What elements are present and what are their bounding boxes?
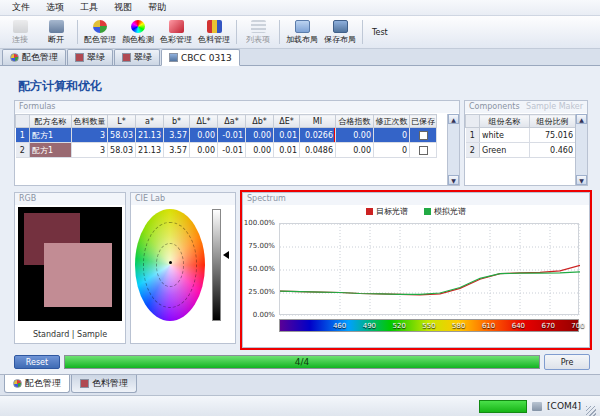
dL-cell[interactable]: 0.00 <box>190 143 218 158</box>
connect-label: 连接 <box>12 34 28 45</box>
saved-checkbox[interactable] <box>419 146 428 155</box>
pass-index-cell[interactable]: 0.00 <box>336 143 374 158</box>
row-number[interactable]: 2 <box>466 143 480 158</box>
color-swatch-icon <box>75 53 84 62</box>
rgb-title: RGB <box>19 193 36 205</box>
col-dL: ΔL* <box>190 115 218 128</box>
correction-count-cell[interactable]: 0 <box>374 128 410 143</box>
component-ratio-cell[interactable]: 75.016 <box>530 128 576 143</box>
b-cell[interactable]: 3.57 <box>164 143 190 158</box>
status-badge <box>479 400 527 413</box>
components-scrollbar[interactable]: ▲ ▼ <box>575 114 587 185</box>
document-tab-strip: 配色管理 翠绿 翠绿 CBCC 0313 <box>0 49 600 66</box>
y-tick-label: 50.00% <box>243 265 275 273</box>
connect-icon <box>13 20 28 33</box>
color-detect-button[interactable]: 颜色检测 <box>119 16 157 48</box>
list-item[interactable]: 1 white 75.016 <box>466 128 576 143</box>
disconnect-icon <box>49 20 64 33</box>
simulated-spectrum-swatch-icon <box>424 208 431 215</box>
da-cell[interactable]: -0.01 <box>218 128 246 143</box>
col-dE: ΔE* <box>274 115 300 128</box>
b-cell[interactable]: 3.57 <box>164 128 190 143</box>
menu-help[interactable]: 帮助 <box>140 0 174 15</box>
tab-emerald-1[interactable]: 翠绿 <box>67 49 113 65</box>
menu-view[interactable]: 视图 <box>106 0 140 15</box>
scroll-down-icon[interactable]: ▼ <box>576 175 587 185</box>
palette-icon <box>10 53 19 62</box>
spectrum-chart <box>279 223 579 315</box>
menu-tools[interactable]: 工具 <box>72 0 106 15</box>
a-cell[interactable]: 21.13 <box>136 128 164 143</box>
dE-cell[interactable]: 0.01 <box>274 143 300 158</box>
test-button[interactable]: Test <box>366 28 394 37</box>
row-number[interactable]: 1 <box>16 128 30 143</box>
MI-cell-highlighted[interactable]: 0.0266 <box>300 128 336 143</box>
tab-cbcc-0313[interactable]: CBCC 0313 <box>161 49 240 66</box>
component-name-cell[interactable]: white <box>480 128 530 143</box>
connect-button[interactable]: 连接 <box>2 16 38 48</box>
pre-button[interactable]: Pre <box>544 354 590 370</box>
color-wheel-icon <box>131 20 145 33</box>
tab-emerald-2[interactable]: 翠绿 <box>114 49 160 65</box>
save-layout-button[interactable]: 保存布局 <box>321 16 359 48</box>
db-cell[interactable]: 0.00 <box>246 143 274 158</box>
x-tick-label: 580 <box>452 322 465 330</box>
row-number[interactable]: 2 <box>16 143 30 158</box>
y-tick-label: 75.00% <box>243 242 275 250</box>
bottom-tab-colorant-manage[interactable]: 色料管理 <box>71 375 137 393</box>
colorant-count-cell[interactable]: 3 <box>72 128 108 143</box>
resize-grip-icon[interactable] <box>586 406 596 416</box>
colorant-manage-button[interactable]: 色料管理 <box>195 16 233 48</box>
table-row[interactable]: 1 配方1 3 58.03 21.13 3.57 0.00 -0.01 0.00… <box>16 128 437 143</box>
formulas-scrollbar[interactable]: ▲ ▼ <box>447 114 459 185</box>
spectrum-curves <box>280 224 580 316</box>
y-tick-label: 100.00% <box>243 219 275 227</box>
formula-name-cell[interactable]: 配方1 <box>30 128 72 143</box>
list-item[interactable]: 2 Green 0.460 <box>466 143 576 158</box>
a-cell[interactable]: 21.13 <box>136 143 164 158</box>
correction-count-cell[interactable]: 0 <box>374 143 410 158</box>
bottom-tab-color-match-manage[interactable]: 配色管理 <box>4 375 70 393</box>
corner-cell <box>466 115 480 128</box>
col-b: b* <box>164 115 190 128</box>
tab-label: 配色管理 <box>22 51 58 64</box>
formula-name-cell[interactable]: 配方1 <box>30 143 72 158</box>
col-saved: 已保存 <box>410 115 437 128</box>
legend-item-target: 目标光谱 <box>366 206 408 217</box>
load-layout-button[interactable]: 加载布局 <box>283 16 321 48</box>
table-row[interactable]: 2 配方1 3 58.03 21.13 3.57 0.00 -0.01 0.00… <box>16 143 437 158</box>
component-ratio-cell[interactable]: 0.460 <box>530 143 576 158</box>
lightness-slider-arrow[interactable] <box>223 251 229 259</box>
reset-button[interactable]: Reset <box>14 355 60 369</box>
saved-checkbox[interactable] <box>419 131 428 140</box>
palette-icon <box>13 379 22 388</box>
colorant-count-cell[interactable]: 3 <box>72 143 108 158</box>
list-items-button[interactable]: 列表项 <box>240 16 276 48</box>
col-L: L* <box>108 115 136 128</box>
color-match-manage-button[interactable]: 配色管理 <box>81 16 119 48</box>
dL-cell[interactable]: 0.00 <box>190 128 218 143</box>
pass-index-cell[interactable]: 0.00 <box>336 128 374 143</box>
scroll-up-icon[interactable]: ▲ <box>576 114 587 124</box>
scroll-down-icon[interactable]: ▼ <box>448 175 459 185</box>
color-manage-button[interactable]: 色彩管理 <box>157 16 195 48</box>
menu-file[interactable]: 文件 <box>4 0 38 15</box>
da-cell[interactable]: -0.01 <box>218 143 246 158</box>
sample-maker-tab[interactable]: Sample Maker <box>526 101 583 113</box>
db-cell[interactable]: 0.00 <box>246 128 274 143</box>
L-cell[interactable]: 58.03 <box>108 128 136 143</box>
L-cell[interactable]: 58.03 <box>108 143 136 158</box>
tab-color-match-manage[interactable]: 配色管理 <box>2 49 66 65</box>
dE-cell[interactable]: 0.01 <box>274 128 300 143</box>
component-name-cell[interactable]: Green <box>480 143 530 158</box>
tab-label: 配色管理 <box>25 377 61 390</box>
color-manage-icon <box>169 20 184 33</box>
cielab-color-wheel <box>135 209 205 321</box>
connection-icon <box>532 402 542 411</box>
list-icon <box>251 20 266 33</box>
disconnect-button[interactable]: 断开 <box>38 16 74 48</box>
MI-cell[interactable]: 0.0486 <box>300 143 336 158</box>
scroll-up-icon[interactable]: ▲ <box>448 114 459 124</box>
row-number[interactable]: 1 <box>466 128 480 143</box>
menu-options[interactable]: 选项 <box>38 0 72 15</box>
